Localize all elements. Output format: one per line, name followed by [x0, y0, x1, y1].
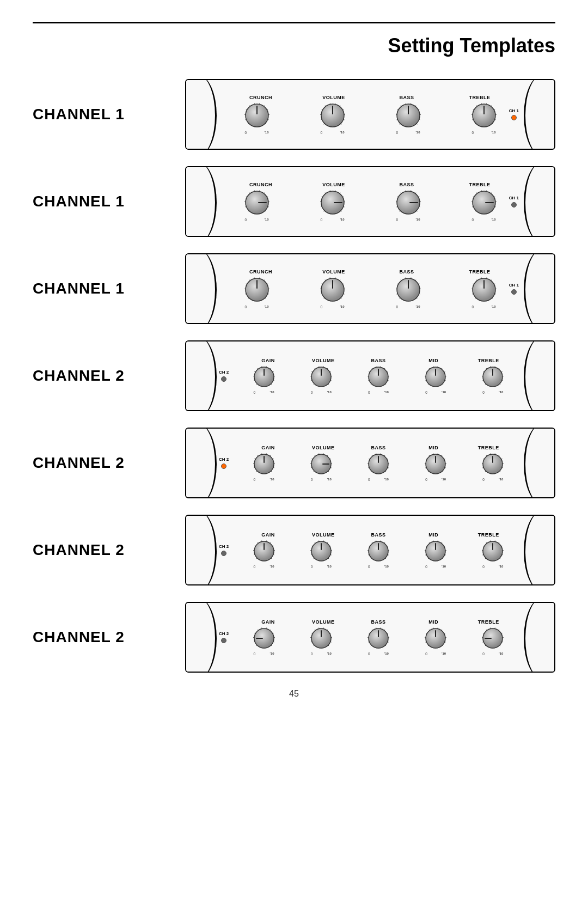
page-title: Setting Templates	[33, 22, 555, 57]
panel-inner-3: CH 1CRUNCHVOLUMEBASSTREBLE 0'10 0'10	[186, 254, 554, 323]
knob-label-5-1: VOLUME	[307, 445, 340, 450]
knob-label-6-4: TREBLE	[472, 532, 505, 538]
knobs-layout-6: GAINVOLUMEBASSMIDTREBLE 0'10 0'10	[186, 528, 554, 573]
knob-scale-3-3: 0'10	[471, 305, 497, 309]
knob-label-1-3: TREBLE	[463, 95, 496, 100]
knob-label-7-0: GAIN	[252, 619, 285, 625]
rows-container: CHANNEL 1CH 1CRUNCHVOLUMEBASSTREBLE 0'10…	[33, 79, 555, 673]
knob-scale-3-1: 0'10	[320, 305, 346, 309]
channel-label-4: CHANNEL 2	[33, 367, 185, 385]
knob-label-1-0: CRUNCH	[244, 95, 277, 100]
knob-scale-4-4: 0'10	[481, 391, 504, 394]
knob-label-7-1: VOLUME	[307, 619, 340, 625]
channel-row-1: CHANNEL 1CH 1CRUNCHVOLUMEBASSTREBLE 0'10…	[33, 79, 555, 150]
page-number: 45	[33, 689, 555, 699]
knob-4-0: 0'10	[253, 365, 275, 394]
knob-scale-5-4: 0'10	[481, 478, 504, 481]
amp-panel-6: CH 2GAINVOLUMEBASSMIDTREBLE 0'10 0'10	[185, 515, 555, 585]
panel-inner-6: CH 2GAINVOLUMEBASSMIDTREBLE 0'10 0'10	[186, 516, 554, 584]
amp-panel-7: CH 2GAINVOLUMEBASSMIDTREBLE 0'10 0'10	[185, 602, 555, 673]
knobs-layout-3: CRUNCHVOLUMEBASSTREBLE 0'10 0'10	[186, 265, 554, 313]
knob-4-4: 0'10	[481, 365, 504, 394]
knob-label-2-3: TREBLE	[463, 182, 496, 187]
knobs-layout-2: CRUNCHVOLUMEBASSTREBLE 0'10 0'10	[186, 178, 554, 226]
knob-label-4-1: VOLUME	[307, 358, 340, 363]
knob-4-3: 0'10	[424, 365, 447, 394]
knob-1-1: 0'10	[320, 102, 346, 135]
knob-label-2-0: CRUNCH	[244, 182, 277, 187]
amp-panel-4: CH 2GAINVOLUMEBASSMIDTREBLE 0'10 0'10	[185, 340, 555, 411]
knob-7-4: 0'10	[481, 627, 504, 656]
knob-5-2: 0'10	[367, 453, 390, 481]
channel-label-5: CHANNEL 2	[33, 454, 185, 472]
knob-label-7-2: BASS	[362, 619, 395, 625]
channel-row-3: CHANNEL 1CH 1CRUNCHVOLUMEBASSTREBLE 0'10…	[33, 253, 555, 324]
ch-indicator-2: CH 1	[509, 196, 519, 208]
knob-label-4-4: TREBLE	[472, 358, 505, 363]
knobs-layout-4: GAINVOLUMEBASSMIDTREBLE 0'10 0'10	[186, 353, 554, 399]
knob-6-2: 0'10	[367, 540, 390, 569]
knob-scale-2-1: 0'10	[320, 218, 346, 222]
knob-6-0: 0'10	[253, 540, 275, 569]
amp-panel-2: CH 1CRUNCHVOLUMEBASSTREBLE 0'10 0'10	[185, 166, 555, 237]
channel-label-6: CHANNEL 2	[33, 541, 185, 559]
knob-label-6-2: BASS	[362, 532, 395, 538]
knob-scale-6-2: 0'10	[367, 565, 390, 569]
knob-label-7-3: MID	[417, 619, 450, 625]
knob-scale-7-4: 0'10	[481, 652, 504, 656]
knob-scale-4-3: 0'10	[424, 391, 447, 394]
knob-scale-1-2: 0'10	[395, 131, 421, 135]
knob-label-2-1: VOLUME	[317, 182, 350, 187]
knob-7-1: 0'10	[310, 627, 333, 656]
knob-scale-4-0: 0'10	[253, 391, 275, 394]
panel-inner-4: CH 2GAINVOLUMEBASSMIDTREBLE 0'10 0'10	[186, 341, 554, 410]
knob-scale-5-3: 0'10	[424, 478, 447, 481]
channel-row-7: CHANNEL 2CH 2GAINVOLUMEBASSMIDTREBLE 0'1…	[33, 602, 555, 673]
knob-2-1: 0'10	[320, 190, 346, 222]
knob-scale-7-2: 0'10	[367, 652, 390, 656]
knob-label-4-2: BASS	[362, 358, 395, 363]
knob-3-1: 0'10	[320, 277, 346, 309]
page-title-bar: Setting Templates	[33, 22, 555, 57]
ch-indicator-3: CH 1	[509, 283, 519, 295]
knob-1-3: 0'10	[471, 102, 497, 135]
knob-label-3-1: VOLUME	[317, 269, 350, 274]
knob-scale-6-3: 0'10	[424, 565, 447, 569]
channel-label-1: CHANNEL 1	[33, 106, 185, 123]
knob-scale-5-0: 0'10	[253, 478, 275, 481]
knob-scale-1-0: 0'10	[244, 131, 270, 135]
knob-scale-7-0: 0'10	[253, 652, 275, 656]
knob-3-0: 0'10	[244, 277, 270, 309]
knob-scale-4-2: 0'10	[367, 391, 390, 394]
channel-label-3: CHANNEL 1	[33, 280, 185, 297]
knob-label-5-0: GAIN	[252, 445, 285, 450]
knob-label-6-3: MID	[417, 532, 450, 538]
ch-indicator-6: CH 2	[219, 544, 229, 556]
knob-2-3: 0'10	[471, 190, 497, 222]
knob-7-3: 0'10	[424, 627, 447, 656]
knob-scale-1-1: 0'10	[320, 131, 346, 135]
knob-7-0: 0'10	[253, 627, 275, 656]
ch-indicator-4: CH 2	[219, 370, 229, 382]
knob-scale-5-1: 0'10	[310, 478, 333, 481]
knob-6-4: 0'10	[481, 540, 504, 569]
knob-5-3: 0'10	[424, 453, 447, 481]
knob-scale-4-1: 0'10	[310, 391, 333, 394]
amp-panel-1: CH 1CRUNCHVOLUMEBASSTREBLE 0'10 0'10	[185, 79, 555, 150]
knob-scale-7-1: 0'10	[310, 652, 333, 656]
knobs-layout-5: GAINVOLUMEBASSMIDTREBLE 0'10 0'10	[186, 441, 554, 486]
channel-row-4: CHANNEL 2CH 2GAINVOLUMEBASSMIDTREBLE 0'1…	[33, 340, 555, 411]
knob-scale-3-0: 0'10	[244, 305, 270, 309]
panel-inner-2: CH 1CRUNCHVOLUMEBASSTREBLE 0'10 0'10	[186, 167, 554, 236]
knob-label-1-2: BASS	[390, 95, 423, 100]
knob-label-6-1: VOLUME	[307, 532, 340, 538]
knob-label-4-3: MID	[417, 358, 450, 363]
knob-label-5-3: MID	[417, 445, 450, 450]
knob-4-2: 0'10	[367, 365, 390, 394]
knob-5-4: 0'10	[481, 453, 504, 481]
knob-scale-7-3: 0'10	[424, 652, 447, 656]
knob-label-3-3: TREBLE	[463, 269, 496, 274]
knob-3-2: 0'10	[395, 277, 421, 309]
knob-2-2: 0'10	[395, 190, 421, 222]
knob-scale-2-2: 0'10	[395, 218, 421, 222]
